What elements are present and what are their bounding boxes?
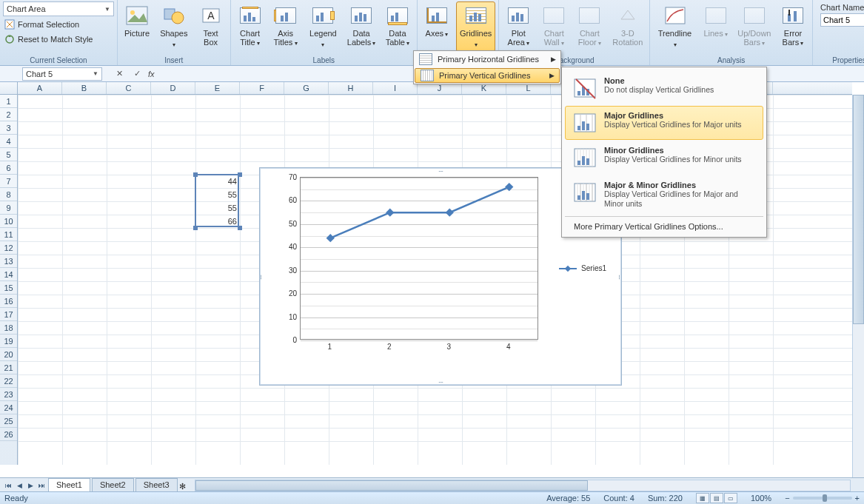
selection-handle[interactable] xyxy=(238,226,242,230)
zoom-percent[interactable]: 100% xyxy=(751,494,771,503)
chart-handle-icon[interactable]: ∙∙∙∙ xyxy=(616,274,623,278)
view-normal-icon[interactable]: ▦ xyxy=(696,493,709,503)
sheet-tab-3[interactable]: Sheet3 xyxy=(135,478,178,491)
chart-wall-button: Chart Wall xyxy=(538,1,570,50)
column-header[interactable]: A xyxy=(18,82,62,94)
column-header[interactable]: D xyxy=(151,82,195,94)
option-minor[interactable]: Minor GridlinesDisplay Vertical Gridline… xyxy=(565,141,763,175)
sheet-tab-2[interactable]: Sheet2 xyxy=(92,478,134,491)
plot-area-button[interactable]: Plot Area xyxy=(502,1,535,50)
column-header[interactable]: G xyxy=(284,82,329,94)
horizontal-scrollbar[interactable] xyxy=(195,480,851,491)
plot-area[interactable] xyxy=(300,177,538,340)
insert-sheet-icon[interactable]: ✻ xyxy=(179,482,186,491)
row-header[interactable]: 11 xyxy=(0,228,17,241)
vertical-scrollbar[interactable] xyxy=(852,95,864,477)
row-header[interactable]: 13 xyxy=(0,255,17,268)
chart-name-input[interactable] xyxy=(820,13,864,27)
row-header[interactable]: 8 xyxy=(0,188,17,201)
row-header[interactable]: 15 xyxy=(0,281,17,295)
textbox-button[interactable]: A Text Box xyxy=(195,1,227,49)
picture-button[interactable]: Picture xyxy=(121,1,153,40)
view-break-icon[interactable]: ▭ xyxy=(724,493,737,503)
option-major[interactable]: Major GridlinesDisplay Vertical Gridline… xyxy=(565,106,763,140)
row-headers[interactable]: 1234567891011121314151617181920212223242… xyxy=(0,95,18,465)
zoom-thumb[interactable] xyxy=(823,494,827,502)
hscroll-thumb[interactable] xyxy=(195,480,589,491)
zoom-slider[interactable]: − + xyxy=(785,494,860,503)
row-header[interactable]: 14 xyxy=(0,268,17,281)
format-selection-button[interactable]: Format Selection xyxy=(3,18,114,31)
row-header[interactable]: 19 xyxy=(0,335,17,348)
row-header[interactable]: 24 xyxy=(0,401,17,414)
column-header[interactable]: F xyxy=(240,82,284,94)
chart-handle-icon[interactable]: ∙∙∙∙ xyxy=(258,274,265,278)
trendline-button[interactable]: Trendline xyxy=(653,1,696,52)
legend[interactable]: Series1 xyxy=(559,264,606,272)
chart-title-button[interactable]: Chart Title xyxy=(234,1,267,50)
vscroll-thumb[interactable] xyxy=(853,95,864,324)
row-header[interactable]: 26 xyxy=(0,428,17,441)
zoom-out-icon[interactable]: − xyxy=(785,494,789,503)
column-header[interactable]: E xyxy=(195,82,240,94)
axis-titles-button[interactable]: Axis Titles xyxy=(269,1,302,50)
cancel-formula-icon[interactable]: ✕ xyxy=(113,67,126,81)
error-bars-button[interactable]: Error Bars xyxy=(777,1,809,50)
more-gridlines-options[interactable]: More Primary Vertical Gridlines Options.… xyxy=(562,219,766,234)
column-header[interactable]: I xyxy=(373,82,418,94)
row-header[interactable]: 5 xyxy=(0,148,17,161)
row-header[interactable]: 23 xyxy=(0,388,17,401)
chart-element-combo[interactable]: Chart Area ▼ xyxy=(3,1,114,16)
row-header[interactable]: 18 xyxy=(0,321,17,335)
option-both[interactable]: Major & Minor GridlinesDisplay Vertical … xyxy=(565,175,763,214)
enter-formula-icon[interactable]: ✓ xyxy=(130,67,144,81)
option-none[interactable]: NoneDo not display Vertical Gridlines xyxy=(565,71,763,105)
row-header[interactable]: 16 xyxy=(0,295,17,308)
row-header[interactable]: 12 xyxy=(0,241,17,255)
tab-prev-icon[interactable]: ◀ xyxy=(14,480,24,491)
menu-vertical-gridlines[interactable]: Primary Vertical Gridlines ▶ xyxy=(415,68,560,83)
row-header[interactable]: 10 xyxy=(0,215,17,228)
view-layout-icon[interactable]: ▤ xyxy=(710,493,723,503)
row-header[interactable]: 22 xyxy=(0,374,17,388)
plot[interactable]: 0102030405060701234 xyxy=(279,177,538,355)
fx-icon[interactable]: fx xyxy=(148,70,155,78)
selection-handle[interactable] xyxy=(193,226,198,230)
row-header[interactable]: 9 xyxy=(0,201,17,215)
gridlines-button[interactable]: Gridlines xyxy=(456,1,495,52)
select-all-corner[interactable] xyxy=(0,82,18,94)
option-none-title: None xyxy=(604,76,714,85)
axes-button[interactable]: Axes xyxy=(421,1,453,41)
reset-style-button[interactable]: Reset to Match Style xyxy=(3,33,114,46)
column-header[interactable]: B xyxy=(62,82,107,94)
menu-horizontal-gridlines[interactable]: Primary Horizontal Gridlines ▶ xyxy=(414,51,560,67)
tab-last-icon[interactable]: ⏭ xyxy=(36,480,47,491)
status-count: Count: 4 xyxy=(603,494,634,503)
row-header[interactable]: 7 xyxy=(0,175,17,188)
legend-button[interactable]: Legend xyxy=(305,1,342,52)
data-table-button[interactable]: Data Table xyxy=(381,1,414,50)
selection-handle[interactable] xyxy=(238,172,242,177)
row-header[interactable]: 4 xyxy=(0,135,17,148)
zoom-track[interactable] xyxy=(793,497,852,500)
row-header[interactable]: 6 xyxy=(0,161,17,175)
column-header[interactable]: C xyxy=(107,82,151,94)
column-header[interactable]: H xyxy=(329,82,373,94)
tab-first-icon[interactable]: ⏮ xyxy=(3,480,13,491)
row-header[interactable]: 21 xyxy=(0,361,17,374)
data-labels-button[interactable]: Data Labels xyxy=(344,1,378,50)
name-box[interactable]: Chart 5 ▼ xyxy=(22,67,102,81)
row-header[interactable]: 17 xyxy=(0,308,17,321)
row-header[interactable]: 2 xyxy=(0,108,17,121)
chart-handle-icon[interactable]: ∙∙∙∙ xyxy=(438,167,443,175)
row-header[interactable]: 25 xyxy=(0,414,17,428)
zoom-in-icon[interactable]: + xyxy=(855,494,860,503)
tab-next-icon[interactable]: ▶ xyxy=(25,480,36,491)
row-header[interactable]: 3 xyxy=(0,121,17,135)
shapes-button[interactable]: Shapes xyxy=(156,1,192,52)
row-header[interactable]: 1 xyxy=(0,95,17,108)
chart-handle-icon[interactable]: ∙∙∙∙ xyxy=(438,378,443,386)
row-header[interactable]: 20 xyxy=(0,348,17,361)
selection-handle[interactable] xyxy=(193,172,198,177)
sheet-tab-1[interactable]: Sheet1 xyxy=(48,478,90,491)
